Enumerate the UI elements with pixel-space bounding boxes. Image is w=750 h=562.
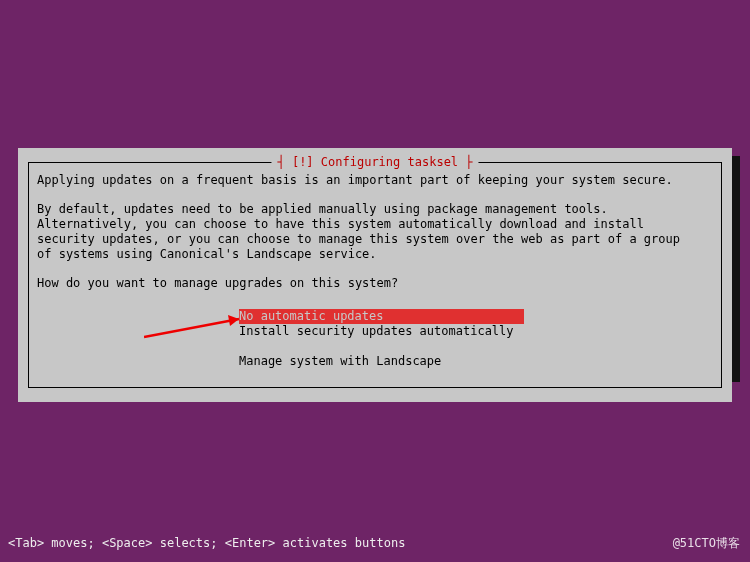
- svg-marker-1: [228, 315, 239, 326]
- watermark: @51CTO博客: [673, 535, 740, 552]
- upgrade-question: How do you want to manage upgrades on th…: [37, 276, 713, 291]
- annotation-arrow-icon: [144, 309, 254, 339]
- option-no-automatic-updates[interactable]: No automatic updates: [239, 309, 524, 324]
- tasksel-dialog: ┤ [!] Configuring tasksel ├ Applying upd…: [18, 148, 732, 402]
- status-bar: <Tab> moves; <Space> selects; <Enter> ac…: [0, 536, 750, 550]
- upgrade-options-list: No automatic updates Install security up…: [239, 309, 713, 369]
- dialog-title: ┤ [!] Configuring tasksel ├: [271, 155, 478, 169]
- dialog-border: ┤ [!] Configuring tasksel ├ Applying upd…: [28, 162, 722, 388]
- option-manage-with-landscape[interactable]: Manage system with Landscape: [239, 354, 713, 369]
- intro-paragraph-1: Applying updates on a frequent basis is …: [37, 173, 713, 188]
- svg-line-0: [144, 319, 239, 337]
- intro-paragraph-2: By default, updates need to be applied m…: [37, 202, 713, 262]
- option-install-security-updates[interactable]: Install security updates automatically: [239, 324, 713, 339]
